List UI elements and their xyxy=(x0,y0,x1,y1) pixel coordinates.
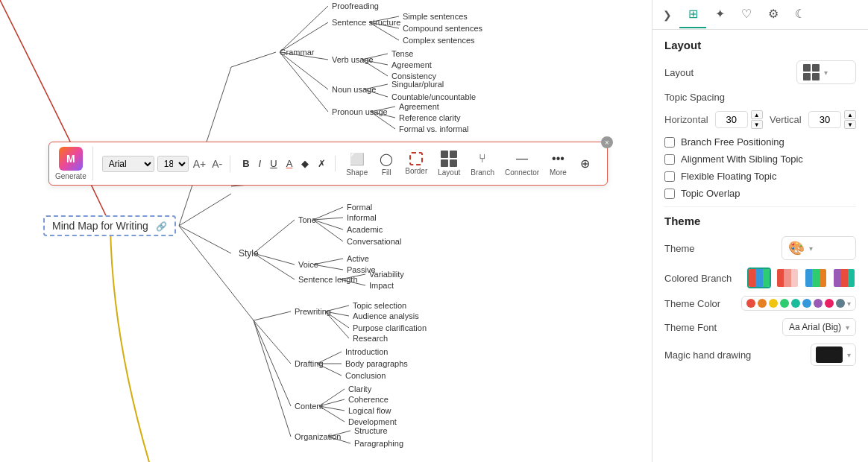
layout-section-title: Layout xyxy=(664,39,856,51)
svg-text:Proofreading: Proofreading xyxy=(332,1,379,10)
panel-icon-bar: ❯ ⊞ ✦ ♡ ⚙ ☾ xyxy=(652,0,868,30)
topic-spacing-label: Topic Spacing xyxy=(664,92,725,103)
svg-text:Topic selection: Topic selection xyxy=(353,301,406,310)
font-increase-button[interactable]: A+ xyxy=(192,158,208,170)
svg-text:Complex sentences: Complex sentences xyxy=(403,36,475,45)
svg-line-83 xyxy=(254,320,291,406)
italic-button[interactable]: I xyxy=(256,156,265,171)
pin-button[interactable]: ⊕ xyxy=(573,154,598,174)
close-toolbar-button[interactable]: × xyxy=(601,136,613,148)
svg-text:Paragraphing: Paragraphing xyxy=(354,439,403,448)
svg-text:Tense: Tense xyxy=(391,49,413,58)
ai-section: M Generate xyxy=(55,147,93,180)
topic-spacing-row: Topic Spacing xyxy=(664,92,856,103)
theme-font-dropdown[interactable]: Aa Arial (Big) ▾ xyxy=(782,318,856,336)
layout-button[interactable]: Layout xyxy=(433,148,465,179)
svg-line-50 xyxy=(313,220,343,241)
tab-layout-button[interactable]: ⊞ xyxy=(679,1,706,28)
ai-icon: M xyxy=(59,147,83,171)
shape-button[interactable]: ⬜ Shape xyxy=(342,148,372,179)
svg-text:Content: Content xyxy=(295,402,324,411)
branch-option-4[interactable] xyxy=(832,268,856,288)
panel-tab-list: ⊞ ✦ ♡ ⚙ ☾ xyxy=(679,1,865,28)
font-decrease-button[interactable]: A- xyxy=(210,158,224,170)
vertical-up-button[interactable]: ▲ xyxy=(844,110,856,119)
svg-line-52 xyxy=(254,253,295,265)
panel-collapse-button[interactable]: ❯ xyxy=(655,3,679,27)
color-dot-yellow xyxy=(769,299,778,308)
highlight-button[interactable]: ◆ xyxy=(298,156,312,171)
branch-free-checkbox[interactable] xyxy=(664,137,675,148)
tab-heart-button[interactable]: ♡ xyxy=(733,1,760,28)
right-panel: ❯ ⊞ ✦ ♡ ⚙ ☾ Layout Layout xyxy=(652,0,868,462)
svg-text:Impact: Impact xyxy=(369,281,394,290)
font-section: Arial 18 A+ A- xyxy=(96,156,231,172)
generate-button[interactable]: M Generate xyxy=(55,147,87,180)
svg-text:Informal: Informal xyxy=(347,213,377,222)
vertical-down-button[interactable]: ▼ xyxy=(844,120,856,129)
text-color-button[interactable]: A xyxy=(283,156,296,171)
bold-button[interactable]: B xyxy=(239,156,252,171)
alignment-sibling-checkbox[interactable] xyxy=(664,154,675,165)
border-icon xyxy=(409,152,423,165)
theme-dropdown[interactable]: 🎨 ▾ xyxy=(781,236,856,260)
branch-option-2[interactable] xyxy=(776,268,799,288)
connector-button[interactable]: — Connector xyxy=(500,148,544,179)
branch-option-1[interactable] xyxy=(747,268,771,288)
branch-button[interactable]: ⑂ Branch xyxy=(466,148,499,179)
branch-icon: ⑂ xyxy=(474,151,491,167)
svg-line-77 xyxy=(317,352,342,364)
black-swatch xyxy=(816,346,843,363)
root-node[interactable]: Mind Map for Writing 🔗 xyxy=(43,215,176,236)
font-size-select[interactable]: 18 xyxy=(157,156,189,172)
tab-ai-button[interactable]: ✦ xyxy=(706,1,733,28)
svg-text:Clarity: Clarity xyxy=(348,385,372,393)
topic-overlap-row: Topic Overlap xyxy=(664,188,856,199)
svg-line-1 xyxy=(231,52,276,67)
svg-line-21 xyxy=(280,52,328,89)
horizontal-down-button[interactable]: ▼ xyxy=(751,120,763,129)
svg-text:Sentence length: Sentence length xyxy=(298,275,358,284)
magic-drawing-dropdown[interactable]: ▾ xyxy=(811,344,856,366)
underline-button[interactable]: U xyxy=(267,156,280,171)
tab-settings-button[interactable]: ⚙ xyxy=(760,1,787,28)
svg-text:Audience analysis: Audience analysis xyxy=(353,311,419,320)
font-name-select[interactable]: Arial xyxy=(102,156,154,172)
canvas-area: Grammar Proofreading Sentence structure … xyxy=(0,0,652,462)
font-preview-text: Aa Arial (Big) xyxy=(789,322,841,332)
theme-color-dropdown[interactable]: ▾ xyxy=(741,296,856,311)
theme-color-arrow: ▾ xyxy=(847,300,851,308)
svg-text:Style: Style xyxy=(239,248,259,259)
svg-text:Agreement: Agreement xyxy=(399,102,439,111)
color-dot-pink xyxy=(825,299,834,308)
topic-overlap-label: Topic Overlap xyxy=(681,188,740,199)
vertical-input[interactable] xyxy=(808,111,841,128)
color-dot-gray xyxy=(836,299,845,308)
svg-text:Sentence structure: Sentence structure xyxy=(332,18,400,27)
flexible-floating-checkbox[interactable] xyxy=(664,171,675,182)
heart-tab-icon: ♡ xyxy=(741,7,752,21)
branch-option-3[interactable] xyxy=(804,268,828,288)
theme-dropdown-arrow: ▾ xyxy=(809,244,813,253)
branch-free-label: Branch Free Positioning xyxy=(681,136,784,148)
eraser-button[interactable]: ✗ xyxy=(315,156,329,171)
svg-text:Research: Research xyxy=(353,334,388,343)
shape-icon: ⬜ xyxy=(349,151,365,167)
horizontal-input[interactable] xyxy=(715,111,748,128)
layout-dropdown[interactable]: ▾ xyxy=(796,60,856,84)
more-button[interactable]: ••• More xyxy=(545,148,571,179)
border-button[interactable]: Border xyxy=(400,150,432,177)
color-dot-red xyxy=(746,299,755,308)
layout-row: Layout ▾ xyxy=(664,60,856,84)
svg-text:Development: Development xyxy=(348,417,397,426)
svg-text:Academic: Academic xyxy=(347,225,383,234)
fill-button[interactable]: ◯ Fill xyxy=(374,148,399,179)
svg-line-85 xyxy=(319,389,345,406)
fill-icon: ◯ xyxy=(378,151,394,167)
horizontal-up-button[interactable]: ▲ xyxy=(751,110,763,119)
tab-moon-button[interactable]: ☾ xyxy=(787,1,814,28)
format-section: B I U A ◆ ✗ xyxy=(233,156,336,171)
ai-tab-icon: ✦ xyxy=(715,7,725,21)
topic-overlap-checkbox[interactable] xyxy=(664,189,675,199)
flexible-floating-label: Flexible Floating Topic xyxy=(681,171,776,182)
